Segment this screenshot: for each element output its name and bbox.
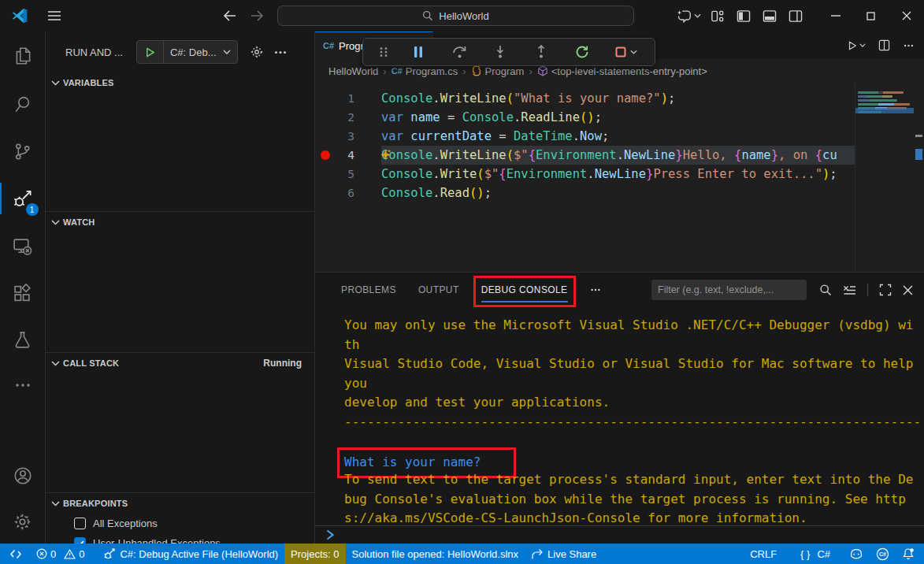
sidebar-item-testing[interactable] (0, 317, 46, 362)
breadcrumb-file[interactable]: C# Program.cs (391, 65, 458, 77)
forward-arrow-icon[interactable] (250, 10, 264, 21)
call-stack-header[interactable]: CALL STACK Running (46, 353, 314, 373)
tab-output[interactable]: OUTPUT (418, 273, 459, 307)
language-mode[interactable]: { } C# (794, 544, 837, 564)
breakpoint-gutter[interactable] (315, 108, 336, 127)
checkbox-unchecked[interactable] (74, 518, 86, 529)
live-share-item[interactable]: Live Share (525, 544, 603, 564)
breakpoint-gutter[interactable] (315, 165, 336, 184)
code-lines[interactable]: 1Console.WriteLine("What is your name?")… (315, 83, 855, 272)
code-line[interactable]: 2var name = Console.ReadLine(); (315, 108, 855, 127)
debug-console-output[interactable]: You may only use the Microsoft Visual St… (315, 307, 924, 525)
pause-button[interactable] (398, 46, 439, 58)
breakpoints-header[interactable]: BREAKPOINTS (46, 493, 314, 514)
code-line[interactable]: 3var currentDate = DateTime.Now; (315, 127, 855, 146)
toggle-panel-icon[interactable] (756, 9, 782, 23)
toolbar-drag-handle[interactable] (369, 46, 398, 58)
debug-toolbar (362, 38, 655, 66)
customize-layout-icon[interactable] (704, 9, 730, 23)
maximize-button[interactable] (853, 0, 889, 32)
command-center-search[interactable]: HelloWorld (277, 6, 634, 26)
code-line[interactable]: 5Console.Write($"{Environment.NewLine}Pr… (315, 165, 855, 184)
copilot-sparkle-icon[interactable] (381, 149, 391, 161)
launch-settings-gear-icon[interactable] (250, 45, 264, 59)
code-line[interactable]: 4Console.WriteLine($"{Environment.NewLin… (315, 146, 855, 165)
editor-more-actions-icon[interactable] (903, 44, 915, 47)
debug-configuration-dropdown[interactable]: C#: Deb... (164, 46, 223, 58)
csharp-extension-icon[interactable]: C# (870, 544, 896, 564)
sidebar-item-remote-explorer[interactable] (0, 222, 46, 269)
sidebar-more-actions-icon[interactable] (274, 50, 287, 54)
step-into-button[interactable] (480, 45, 521, 59)
code-line[interactable]: 1Console.WriteLine("What is your name?")… (315, 89, 855, 108)
step-over-button[interactable] (439, 45, 480, 59)
breakpoint-row[interactable]: User-Unhandled Exceptions (46, 533, 314, 544)
code-text[interactable]: var currentDate = DateTime.Now; (381, 127, 855, 146)
code-text[interactable]: Console.WriteLine($"{Environment.NewLine… (381, 146, 855, 165)
breakpoint-gutter[interactable] (315, 89, 336, 108)
breadcrumb-class[interactable]: Program (471, 65, 525, 77)
error-icon (36, 548, 47, 559)
breakpoint-row[interactable]: All Exceptions (46, 514, 314, 533)
filter-input[interactable] (658, 284, 800, 295)
account-button[interactable] (0, 452, 46, 499)
breakpoint-indicator[interactable] (315, 146, 336, 165)
menu-icon[interactable] (47, 10, 61, 21)
sidebar-item-extensions[interactable] (0, 269, 46, 317)
activity-more-actions[interactable] (0, 362, 46, 408)
restart-button[interactable] (562, 45, 603, 59)
copilot-status-icon[interactable] (843, 544, 870, 564)
toggle-secondary-sidebar-icon[interactable] (782, 9, 808, 23)
remote-indicator[interactable] (2, 544, 30, 564)
toggle-primary-sidebar-icon[interactable] (730, 9, 756, 23)
copilot-chat-icon[interactable] (673, 9, 704, 23)
tab-problems[interactable]: PROBLEMS (341, 273, 396, 307)
code-line[interactable]: 6Console.Read(); (315, 184, 855, 202)
sidebar-item-explorer[interactable] (0, 32, 46, 80)
sidebar-item-source-control[interactable] (0, 128, 46, 175)
console-line: To send text to the target process's sta… (344, 470, 924, 490)
back-arrow-icon[interactable] (223, 10, 236, 21)
errors-warnings[interactable]: 0 0 (30, 544, 91, 564)
start-debugging-button[interactable] (137, 41, 164, 63)
ellipsis-icon (15, 383, 31, 388)
search-icon[interactable] (819, 284, 832, 296)
debug-status-item[interactable]: C#: Debug Active File (HelloWorld) (97, 544, 284, 564)
minimap[interactable] (855, 83, 914, 272)
brackets-icon: { } (800, 548, 810, 560)
breakpoint-gutter[interactable] (315, 127, 336, 146)
breadcrumb-entry-point[interactable]: <top-level-statements-entry-point> (537, 65, 707, 77)
stop-button[interactable] (603, 46, 648, 58)
split-editor-icon[interactable] (878, 39, 890, 51)
code-text[interactable]: Console.Read(); (381, 184, 855, 202)
code-editor[interactable]: 1Console.WriteLine("What is your name?")… (315, 83, 924, 272)
watch-header[interactable]: WATCH (46, 212, 314, 232)
console-filter[interactable] (651, 280, 807, 300)
checkbox-checked[interactable] (74, 537, 86, 544)
close-panel-icon[interactable] (903, 285, 913, 295)
call-stack-status: Running (263, 358, 302, 369)
panel-more-tabs-icon[interactable] (590, 288, 601, 291)
breadcrumb-project[interactable]: HelloWorld (328, 65, 378, 77)
clear-console-icon[interactable] (843, 284, 856, 296)
breakpoint-gutter[interactable] (315, 184, 336, 202)
variables-header[interactable]: VARIABLES (46, 72, 314, 93)
eol-indicator[interactable]: CRLF (744, 544, 783, 564)
solution-status-item[interactable]: Solution file opened: HelloWorld.slnx (346, 544, 525, 564)
notifications-bell-icon[interactable] (896, 544, 924, 564)
step-out-button[interactable] (521, 45, 562, 59)
tab-debug-console[interactable]: DEBUG CONSOLE (481, 273, 568, 307)
run-or-debug-button[interactable] (847, 40, 866, 51)
maximize-panel-icon[interactable] (879, 284, 892, 296)
sidebar-item-search[interactable] (0, 80, 46, 128)
chevron-down-icon[interactable] (223, 50, 237, 54)
projects-status-item[interactable]: Projects: 0 (284, 544, 345, 564)
code-text[interactable]: var name = Console.ReadLine(); (381, 108, 855, 127)
debug-console-input[interactable] (315, 525, 924, 544)
minimize-button[interactable] (818, 0, 853, 32)
code-text[interactable]: Console.WriteLine("What is your name?"); (381, 89, 855, 108)
code-text[interactable]: Console.Write($"{Environment.NewLine}Pre… (381, 165, 855, 184)
settings-button[interactable] (0, 499, 46, 544)
close-window-button[interactable] (889, 0, 924, 32)
sidebar-item-run-and-debug[interactable]: 1 (0, 175, 46, 222)
